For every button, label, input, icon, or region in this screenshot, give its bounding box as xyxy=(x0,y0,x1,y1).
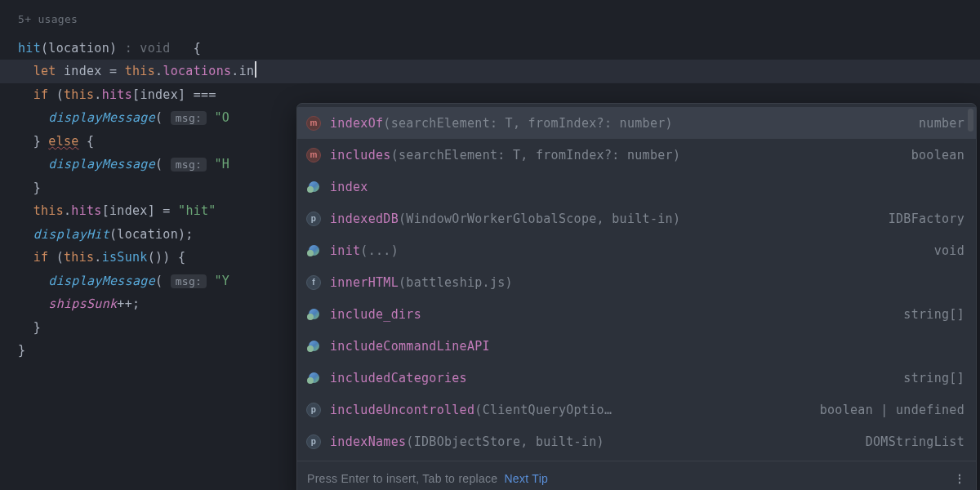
completion-item-name: index xyxy=(330,174,368,200)
completion-item-signature: (searchElement: T, fromIndex?: number) xyxy=(383,110,673,136)
text-cursor xyxy=(255,61,256,78)
property-icon: p xyxy=(306,434,321,449)
completion-item-name: innerHTML xyxy=(330,270,399,296)
completion-item-signature: (IDBObjectStore, built-in) xyxy=(406,429,604,455)
completion-item-name: includeUncontrolled xyxy=(330,397,474,423)
completion-item-type: DOMStringList xyxy=(866,429,964,455)
method-icon: m xyxy=(306,148,321,163)
symbol-icon xyxy=(309,372,319,383)
symbol-icon xyxy=(309,341,319,351)
more-menu-icon[interactable]: ⋮ xyxy=(954,468,966,490)
completion-item-type: IDBFactory xyxy=(889,206,964,232)
property-icon: p xyxy=(306,212,321,226)
symbol-icon xyxy=(309,309,319,319)
next-tip-link[interactable]: Next Tip xyxy=(504,468,548,490)
inlay-hint: msg: xyxy=(171,274,207,288)
completion-item[interactable]: include_dirsstring[] xyxy=(297,298,976,330)
completion-item-signature: (WindowOrWorkerGlobalScope, built-in) xyxy=(399,206,680,232)
property-icon: p xyxy=(306,403,321,417)
completion-item[interactable]: pindexedDB (WindowOrWorkerGlobalScope, b… xyxy=(297,203,976,234)
completion-item[interactable]: mincludes(searchElement: T, fromIndex?: … xyxy=(297,139,976,171)
completion-item-type: boolean xyxy=(911,142,964,168)
completion-item-type: boolean | undefined xyxy=(820,397,964,423)
scrollbar-thumb[interactable] xyxy=(968,109,973,131)
function-name: hit xyxy=(18,41,41,56)
completion-item-type: string[] xyxy=(903,301,964,327)
completion-item[interactable]: pindexNames (IDBObjectStore, built-in)DO… xyxy=(297,425,976,457)
inlay-hint: msg: xyxy=(171,158,207,172)
completion-item-type: string[] xyxy=(903,365,964,391)
completion-popup: mindexOf(searchElement: T, fromIndex?: n… xyxy=(296,103,977,490)
active-code-line[interactable]: let index = this.locations.in xyxy=(0,60,980,83)
parameter: location xyxy=(48,41,109,56)
completion-item[interactable]: pincludeUncontrolled (ClientQueryOptio…b… xyxy=(297,394,976,425)
method-icon: m xyxy=(306,116,321,131)
completion-item-name: init xyxy=(330,238,360,264)
completion-item-signature: (ClientQueryOptio… xyxy=(474,397,612,423)
completion-item-type: void xyxy=(934,238,964,264)
usages-hint[interactable]: 5+ usages xyxy=(18,10,980,30)
code-line[interactable]: hit(location) : void { xyxy=(18,37,980,60)
symbol-icon xyxy=(309,245,319,256)
completion-item-signature: (...) xyxy=(360,238,399,264)
completion-item-name: indexNames xyxy=(330,429,406,455)
symbol-icon xyxy=(309,181,319,192)
completion-item[interactable]: finnerHTML (battleship.js) xyxy=(297,266,976,298)
completion-item-name: includes xyxy=(330,142,391,168)
completion-item-name: indexedDB xyxy=(330,206,399,232)
completion-item-name: includeCommandLineAPI xyxy=(330,333,490,359)
completion-item-type: number xyxy=(919,110,964,136)
completion-item-name: include_dirs xyxy=(330,301,421,327)
typed-text: in xyxy=(239,64,255,78)
completion-item-name: indexOf xyxy=(330,110,383,136)
completion-item[interactable]: init(...)void xyxy=(297,234,976,266)
completion-item[interactable]: includedCategoriesstring[] xyxy=(297,362,976,394)
completion-footer: Press Enter to insert, Tab to replace Ne… xyxy=(297,461,976,490)
completion-item[interactable]: mindexOf(searchElement: T, fromIndex?: n… xyxy=(297,107,976,139)
completion-item[interactable]: includeCommandLineAPI xyxy=(297,330,976,362)
field-icon: f xyxy=(306,275,321,290)
completion-item[interactable]: index xyxy=(297,171,976,203)
completion-item-name: includedCategories xyxy=(330,365,467,391)
completion-item-signature: (battleship.js) xyxy=(399,270,513,296)
footer-hint: Press Enter to insert, Tab to replace xyxy=(307,468,497,490)
completion-item-signature: (searchElement: T, fromIndex?: number) xyxy=(391,142,681,168)
return-type-hint: : void xyxy=(125,41,171,56)
inlay-hint: msg: xyxy=(171,111,207,125)
